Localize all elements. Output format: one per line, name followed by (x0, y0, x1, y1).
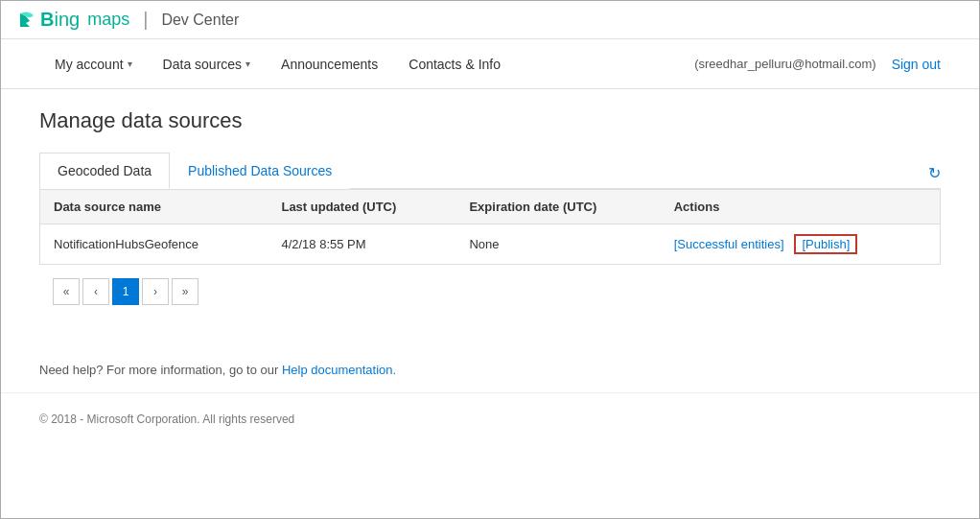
logo-divider: | (143, 9, 148, 31)
nav-my-account[interactable]: My account ▾ (39, 43, 148, 85)
nav-email: (sreedhar_pelluru@hotmail.com) (694, 57, 876, 71)
successful-entities-link[interactable]: [Successful entities] (674, 237, 784, 251)
nav-contacts-info[interactable]: Contacts & Info (393, 43, 516, 85)
refresh-icon[interactable]: ↻ (928, 164, 941, 182)
pagination: « ‹ 1 › » (39, 265, 941, 318)
logo-area: Bing maps | Dev Center (16, 9, 239, 31)
tab-geocoded-label: Geocoded Data (58, 163, 152, 178)
table-row: NotificationHubsGeofence 4/2/18 8:55 PM … (40, 224, 941, 265)
footer: © 2018 - Microsoft Corporation. All righ… (1, 392, 979, 445)
main-content: Manage data sources Geocoded Data Publis… (1, 89, 979, 347)
nav-bar: My account ▾ Data sources ▾ Announcement… (1, 39, 979, 89)
nav-announcements[interactable]: Announcements (266, 43, 393, 85)
col-header-name: Data source name (40, 190, 268, 224)
data-table: Data source name Last updated (UTC) Expi… (39, 189, 941, 265)
bing-logo: Bing maps (16, 9, 129, 31)
cell-expiration: None (455, 224, 660, 265)
data-sources-label: Data sources (163, 57, 242, 72)
my-account-label: My account (55, 57, 124, 72)
nav-left: My account ▾ Data sources ▾ Announcement… (39, 43, 694, 85)
tab-geocoded-data[interactable]: Geocoded Data (39, 153, 170, 189)
footer-text: © 2018 - Microsoft Corporation. All righ… (39, 413, 294, 426)
help-section: Need help? For more information, go to o… (1, 347, 979, 392)
data-sources-arrow: ▾ (245, 59, 250, 69)
sign-out-link[interactable]: Sign out (892, 57, 941, 72)
bing-maps-label: maps (82, 10, 129, 30)
tab-published-label: Published Data Sources (188, 163, 332, 178)
nav-data-sources[interactable]: Data sources ▾ (148, 43, 266, 85)
pagination-first[interactable]: « (53, 278, 80, 305)
pagination-next[interactable]: › (142, 278, 169, 305)
bing-leaf-icon (16, 10, 37, 31)
site-header: Bing maps | Dev Center (1, 1, 979, 39)
table-header-row: Data source name Last updated (UTC) Expi… (40, 190, 941, 224)
action-separator (787, 237, 791, 251)
tabs-container: Geocoded Data Published Data Sources ↻ (39, 153, 941, 189)
help-text-before: Need help? For more information, go to o… (39, 363, 282, 377)
pagination-page-1[interactable]: 1 (112, 278, 139, 305)
publish-button[interactable]: [Publish] (794, 234, 857, 254)
pagination-prev[interactable]: ‹ (82, 278, 109, 305)
contacts-info-label: Contacts & Info (408, 57, 501, 72)
page-title: Manage data sources (39, 108, 941, 133)
bing-text: Bing (40, 9, 80, 31)
announcements-label: Announcements (281, 57, 378, 72)
nav-right: (sreedhar_pelluru@hotmail.com) Sign out (694, 57, 941, 72)
cell-datasource-name: NotificationHubsGeofence (40, 224, 268, 265)
pagination-last[interactable]: » (172, 278, 198, 305)
col-header-expiration: Expiration date (UTC) (455, 190, 660, 224)
cell-last-updated: 4/2/18 8:55 PM (268, 224, 455, 265)
cell-actions: [Successful entities] [Publish] (661, 224, 941, 265)
col-header-updated: Last updated (UTC) (268, 190, 455, 224)
my-account-arrow: ▾ (128, 59, 132, 69)
tab-published-data-sources[interactable]: Published Data Sources (170, 153, 350, 189)
dev-center-label: Dev Center (161, 12, 239, 29)
col-header-actions: Actions (661, 190, 941, 224)
help-documentation-link[interactable]: Help documentation. (282, 363, 396, 377)
